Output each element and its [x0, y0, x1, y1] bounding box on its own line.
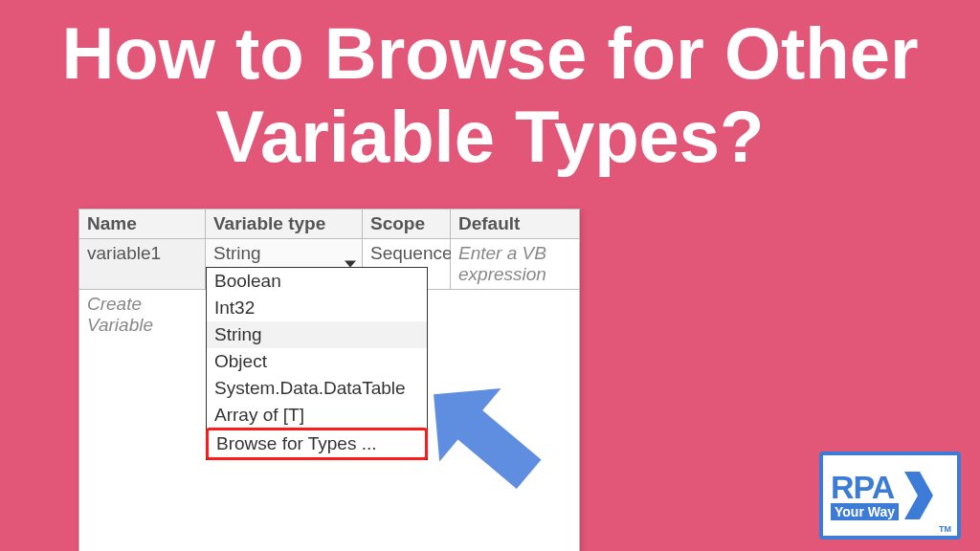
logo-line2: Your Way: [831, 503, 899, 520]
pointer-arrow-icon: [404, 373, 595, 526]
logo-line1: RPA: [831, 471, 899, 503]
cell-name[interactable]: variable1: [79, 239, 206, 290]
dropdown-item-int32[interactable]: Int32: [207, 295, 427, 321]
chevron-right-icon: [902, 470, 935, 521]
header-scope: Scope: [363, 209, 451, 238]
rpa-logo: RPA Your Way TM: [819, 452, 961, 540]
type-dropdown-list: Boolean Int32 String Object System.Data.…: [206, 267, 428, 460]
cell-default[interactable]: Enter a VB expression: [451, 239, 579, 290]
dropdown-item-array[interactable]: Array of [T]: [207, 402, 427, 429]
header-name: Name: [79, 209, 206, 238]
dropdown-item-object[interactable]: Object: [207, 348, 427, 375]
dropdown-item-browse[interactable]: Browse for Types ...: [206, 428, 428, 460]
selected-type: String: [213, 243, 261, 263]
page-title: How to Browse for Other Variable Types?: [0, 0, 980, 179]
table-header: Name Variable type Scope Default: [79, 209, 579, 239]
header-type: Variable type: [206, 209, 363, 238]
create-variable-label: Create Variable: [79, 290, 206, 340]
trademark: TM: [939, 524, 951, 534]
dropdown-item-string[interactable]: String: [207, 321, 427, 348]
dropdown-item-boolean[interactable]: Boolean: [207, 268, 427, 295]
dropdown-item-datatable[interactable]: System.Data.DataTable: [207, 375, 427, 402]
header-default: Default: [451, 209, 579, 238]
